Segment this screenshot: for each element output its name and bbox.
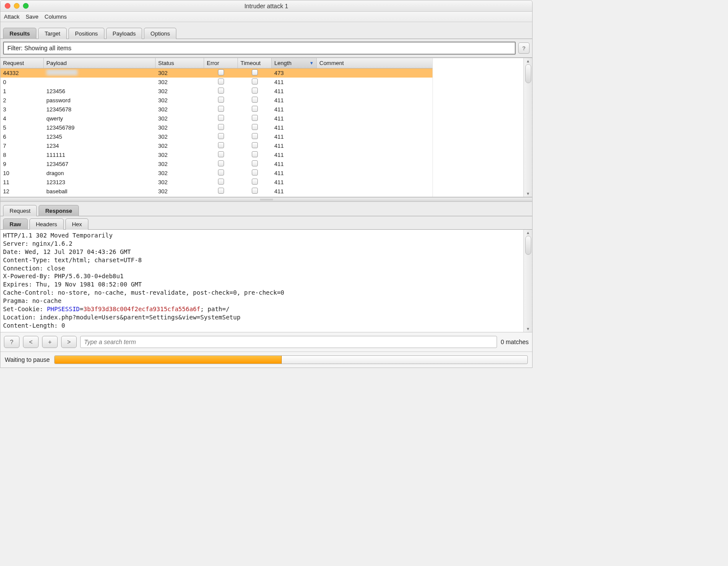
- cell-status: 302: [156, 133, 204, 140]
- cell-error: [204, 151, 238, 159]
- search-input[interactable]: [80, 336, 497, 348]
- tab-payloads[interactable]: Payloads: [106, 28, 142, 39]
- table-row[interactable]: 91234567302411: [0, 159, 432, 169]
- th-status[interactable]: Status: [156, 58, 204, 68]
- cell-payload: [44, 69, 156, 77]
- pane-splitter[interactable]: [0, 197, 532, 202]
- checkbox-icon: [252, 179, 258, 185]
- search-add-button[interactable]: +: [42, 336, 58, 348]
- maximize-icon[interactable]: [23, 3, 29, 9]
- tab-request[interactable]: Request: [3, 205, 37, 216]
- table-row[interactable]: 612345302411: [0, 132, 432, 141]
- cell-length: 411: [272, 124, 317, 131]
- table-row[interactable]: 5123456789302411: [0, 123, 432, 132]
- sort-indicator-icon: ▼: [309, 61, 314, 65]
- filter-help-button[interactable]: ?: [518, 42, 530, 54]
- checkbox-icon: [218, 142, 224, 148]
- table-row[interactable]: 1123456302411: [0, 87, 432, 96]
- tab-results[interactable]: Results: [3, 28, 36, 39]
- tab-options[interactable]: Options: [144, 28, 176, 39]
- menu-columns[interactable]: Columns: [45, 13, 67, 20]
- resp-scroll-thumb[interactable]: [525, 236, 531, 255]
- checkbox-icon: [252, 88, 258, 94]
- cell-timeout: [238, 179, 272, 186]
- checkbox-icon: [218, 160, 224, 166]
- cell-request: 7: [0, 143, 44, 149]
- scroll-up-icon[interactable]: ▲: [526, 59, 530, 63]
- cell-payload: 1234: [44, 143, 156, 149]
- cell-payload: qwerty: [44, 115, 156, 122]
- table-row[interactable]: 2password302411: [0, 96, 432, 105]
- table-gap: [432, 58, 523, 197]
- table-row[interactable]: 0302411: [0, 78, 432, 87]
- table-row[interactable]: 71234302411: [0, 141, 432, 150]
- resp-cookie-tail: ; path=/: [200, 306, 229, 312]
- search-help-button[interactable]: ?: [4, 336, 20, 348]
- filter-box[interactable]: Filter: Showing all items: [3, 42, 516, 55]
- checkbox-icon: [218, 69, 224, 75]
- subtab-headers[interactable]: Headers: [29, 218, 64, 230]
- cell-status: 302: [156, 152, 204, 158]
- cell-timeout: [238, 151, 272, 159]
- title-bar: Intruder attack 1: [0, 0, 532, 12]
- checkbox-icon: [218, 124, 224, 130]
- table-row[interactable]: 10dragon302411: [0, 169, 432, 178]
- table-row[interactable]: 12baseball302411: [0, 187, 432, 196]
- tab-positions[interactable]: Positions: [68, 28, 104, 39]
- table-row[interactable]: 11123123302411: [0, 178, 432, 187]
- scroll-thumb[interactable]: [525, 64, 531, 83]
- subtab-raw[interactable]: Raw: [3, 218, 28, 230]
- cell-timeout: [238, 88, 272, 95]
- response-raw[interactable]: HTTP/1.1 302 Moved Temporarily Server: n…: [0, 230, 523, 332]
- cell-length: 411: [272, 97, 317, 104]
- close-icon[interactable]: [5, 3, 10, 9]
- resp-scroll-up-icon[interactable]: ▲: [526, 231, 530, 235]
- table-row[interactable]: 4qwerty302411: [0, 114, 432, 123]
- minimize-icon[interactable]: [14, 3, 20, 9]
- resp-scroll-down-icon[interactable]: ▼: [526, 327, 530, 331]
- cell-timeout: [238, 142, 272, 150]
- search-prev-button[interactable]: <: [23, 336, 39, 348]
- subtab-hex[interactable]: Hex: [65, 218, 88, 230]
- checkbox-icon: [252, 124, 258, 130]
- cell-error: [204, 133, 238, 140]
- response-area: HTTP/1.1 302 Moved Temporarily Server: n…: [0, 229, 532, 332]
- response-scrollbar[interactable]: ▲ ▼: [523, 230, 532, 332]
- tab-response[interactable]: Response: [39, 205, 78, 216]
- cell-timeout: [238, 115, 272, 122]
- table-row[interactable]: 13abc123302411: [0, 196, 432, 197]
- checkbox-icon: [218, 88, 224, 94]
- th-timeout[interactable]: Timeout: [238, 58, 272, 68]
- cell-request: 11: [0, 179, 44, 185]
- th-length-label: Length: [274, 60, 292, 66]
- checkbox-icon: [252, 160, 258, 166]
- progress-fill: [55, 356, 282, 364]
- th-error[interactable]: Error: [204, 58, 238, 68]
- scroll-down-icon[interactable]: ▼: [526, 192, 530, 196]
- checkbox-icon: [218, 78, 224, 85]
- cell-error: [204, 188, 238, 195]
- menu-save[interactable]: Save: [26, 13, 39, 20]
- cell-payload: baseball: [44, 188, 156, 195]
- th-length[interactable]: Length ▼: [272, 58, 317, 68]
- cell-payload: dragon: [44, 170, 156, 176]
- table-scrollbar[interactable]: ▲ ▼: [523, 58, 532, 197]
- search-next-button[interactable]: >: [61, 336, 77, 348]
- th-request[interactable]: Request: [0, 58, 44, 68]
- resp-cookie-value: 3b3f93d38c004f2ecfa9315cfa556a6f: [83, 306, 200, 312]
- detail-subtabs-shell: Raw Headers Hex: [0, 216, 532, 229]
- cell-timeout: [238, 78, 272, 86]
- tab-target[interactable]: Target: [38, 28, 67, 39]
- cell-timeout: [238, 106, 272, 113]
- table-row[interactable]: 8111111302411: [0, 150, 432, 159]
- cell-request: 8: [0, 152, 44, 158]
- th-payload[interactable]: Payload: [44, 58, 156, 68]
- cell-status: 302: [156, 115, 204, 122]
- cell-length: 411: [272, 79, 317, 85]
- menu-attack[interactable]: Attack: [4, 13, 20, 20]
- th-comment[interactable]: Comment: [317, 58, 427, 68]
- filter-row: Filter: Showing all items ?: [0, 39, 532, 58]
- cell-request: 44332: [0, 70, 44, 76]
- table-row[interactable]: 312345678302411: [0, 105, 432, 114]
- table-row[interactable]: 44332302473: [0, 68, 432, 78]
